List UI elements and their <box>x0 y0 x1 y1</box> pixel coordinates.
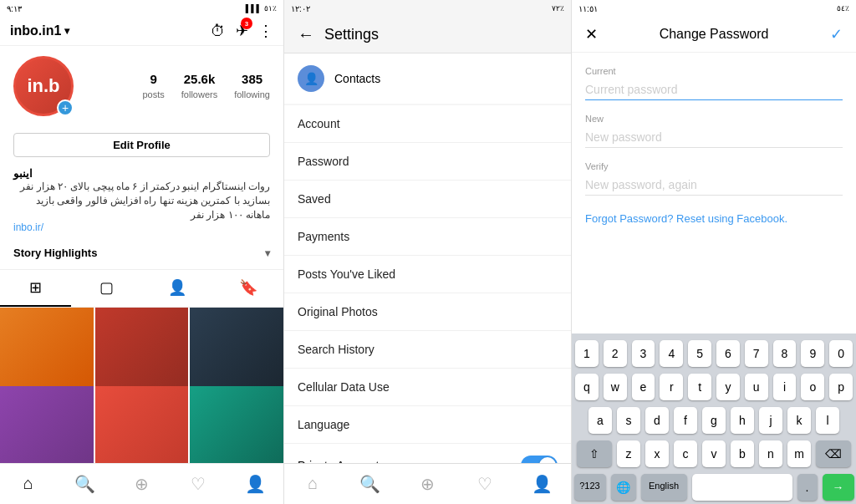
forgot-password-link[interactable]: Forgot Password? Reset using Facebook. <box>585 212 843 225</box>
key-u[interactable]: u <box>745 374 768 400</box>
current-password-input[interactable] <box>585 79 843 100</box>
verify-password-label: Verify <box>585 161 843 171</box>
key-8[interactable]: 8 <box>773 340 797 367</box>
grid-item[interactable] <box>95 386 189 463</box>
key-language[interactable]: English <box>641 474 687 501</box>
key-globe[interactable]: 🌐 <box>611 474 636 501</box>
search-nav-2[interactable]: 🔍 <box>342 471 400 497</box>
key-w[interactable]: w <box>604 374 627 400</box>
private-account-toggle[interactable] <box>521 456 558 463</box>
key-1[interactable]: 1 <box>575 340 599 367</box>
key-123[interactable]: ?123 <box>574 474 606 501</box>
search-nav-item[interactable]: 🔍 <box>57 471 114 497</box>
new-password-input[interactable] <box>585 127 843 148</box>
key-m[interactable]: m <box>787 440 811 467</box>
highlights-chevron-icon[interactable]: ▾ <box>265 247 270 259</box>
confirm-button[interactable]: ✓ <box>830 25 843 43</box>
home-nav-2[interactable]: ⌂ <box>284 471 342 497</box>
key-i[interactable]: i <box>773 374 797 400</box>
key-v[interactable]: v <box>702 440 726 467</box>
account-name[interactable]: inbo.in1 ▾ <box>10 23 69 38</box>
key-a[interactable]: a <box>588 407 612 434</box>
key-4[interactable]: 4 <box>660 340 683 367</box>
key-x[interactable]: x <box>645 440 669 467</box>
key-backspace[interactable]: ⌫ <box>816 440 851 467</box>
key-l[interactable]: l <box>816 407 839 434</box>
key-shift[interactable]: ⇧ <box>577 440 612 467</box>
posts-count: 9 <box>142 72 164 86</box>
close-button[interactable]: ✕ <box>585 25 598 43</box>
add-story-button[interactable]: + <box>57 99 74 116</box>
key-p[interactable]: p <box>829 374 853 400</box>
account-dropdown-icon[interactable]: ▾ <box>64 25 69 37</box>
key-q[interactable]: q <box>575 374 599 400</box>
settings-item-account[interactable]: Account <box>284 105 571 143</box>
verify-password-input[interactable] <box>585 175 843 196</box>
followers-label: followers <box>181 89 217 99</box>
notification-icon[interactable]: ✈ 3 <box>236 22 248 40</box>
key-e[interactable]: e <box>632 374 655 400</box>
grid-tab[interactable]: ⊞ <box>0 270 71 307</box>
key-6[interactable]: 6 <box>716 340 740 367</box>
notification-badge: 3 <box>241 18 252 29</box>
likes-nav-item[interactable]: ♡ <box>170 471 227 497</box>
key-0[interactable]: 0 <box>829 340 853 367</box>
key-s[interactable]: s <box>617 407 640 434</box>
add-nav-2[interactable]: ⊕ <box>399 471 456 497</box>
clock-icon[interactable]: ⏱ <box>211 23 226 40</box>
settings-item-saved[interactable]: Saved <box>284 181 571 218</box>
key-y[interactable]: y <box>716 374 740 400</box>
key-9[interactable]: 9 <box>801 340 824 367</box>
grid-item[interactable] <box>0 386 94 463</box>
saved-tab[interactable]: 🔖 <box>212 270 283 307</box>
key-7[interactable]: 7 <box>745 340 768 367</box>
keyboard-row-numbers: 1 2 3 4 5 6 7 8 9 0 <box>575 340 853 367</box>
key-b[interactable]: b <box>731 440 754 467</box>
key-return[interactable]: → <box>823 474 854 501</box>
settings-item-posts-liked[interactable]: Posts You've Liked <box>284 256 571 293</box>
key-z[interactable]: z <box>617 440 640 467</box>
key-d[interactable]: d <box>645 407 669 434</box>
likes-nav-2[interactable]: ♡ <box>456 471 514 497</box>
edit-profile-button[interactable]: Edit Profile <box>13 133 270 157</box>
tag-tab[interactable]: ▢ <box>71 270 142 307</box>
bio-link[interactable]: inbo.ir/ <box>13 221 270 233</box>
key-g[interactable]: g <box>702 407 726 434</box>
key-2[interactable]: 2 <box>604 340 627 367</box>
battery-1: ٥١٪ <box>264 4 277 13</box>
settings-item-cellular[interactable]: Cellular Data Use <box>284 369 571 406</box>
key-n[interactable]: n <box>759 440 782 467</box>
igtv-tab[interactable]: 👤 <box>142 270 213 307</box>
key-o[interactable]: o <box>801 374 824 400</box>
settings-item-language[interactable]: Language <box>284 406 571 444</box>
posts-stat: 9 posts <box>142 72 164 101</box>
profile-nav-item[interactable]: 👤 <box>227 471 283 497</box>
key-h[interactable]: h <box>731 407 754 434</box>
key-j[interactable]: j <box>759 407 782 434</box>
bottom-nav-1: ⌂ 🔍 ⊕ ♡ 👤 <box>0 463 283 504</box>
key-c[interactable]: c <box>674 440 697 467</box>
settings-item-password[interactable]: Password <box>284 143 571 181</box>
following-stat: 385 following <box>234 72 270 101</box>
grid-item[interactable] <box>190 386 283 463</box>
key-5[interactable]: 5 <box>688 340 711 367</box>
followers-stat: 25.6k followers <box>181 72 217 101</box>
menu-icon[interactable]: ⋮ <box>258 22 273 40</box>
profile-nav-2[interactable]: 👤 <box>513 471 571 497</box>
key-f[interactable]: f <box>674 407 697 434</box>
key-space[interactable] <box>692 474 792 501</box>
contacts-item[interactable]: 👤 Contacts <box>284 53 571 104</box>
key-t[interactable]: t <box>688 374 711 400</box>
settings-item-original-photos[interactable]: Original Photos <box>284 293 571 331</box>
add-nav-item[interactable]: ⊕ <box>114 471 171 497</box>
bio-section: اینبو روات اینستاگرام اینبو درکمتر از ۶ … <box>0 167 283 240</box>
home-nav-item[interactable]: ⌂ <box>0 471 57 497</box>
key-r[interactable]: r <box>660 374 683 400</box>
settings-item-search-history[interactable]: Search History <box>284 331 571 369</box>
settings-item-payments[interactable]: Payments <box>284 218 571 256</box>
key-k[interactable]: k <box>787 407 811 434</box>
battery-2: ٧٢٪ <box>552 4 564 13</box>
key-3[interactable]: 3 <box>632 340 655 367</box>
back-button[interactable]: ← <box>298 25 314 44</box>
key-period[interactable]: . <box>797 474 818 501</box>
